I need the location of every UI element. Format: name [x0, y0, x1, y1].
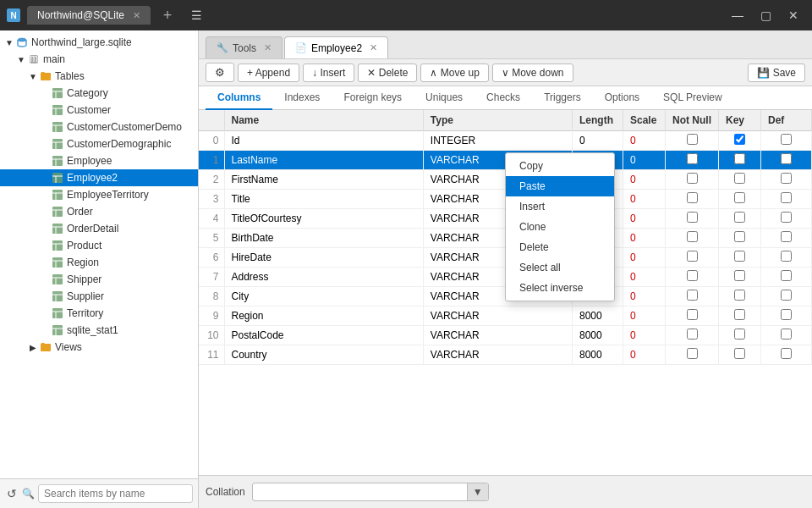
def-checkbox[interactable]	[781, 134, 792, 145]
col-not-null[interactable]	[666, 190, 719, 209]
col-key[interactable]	[719, 306, 761, 326]
title-tab-northwind[interactable]: Northwind@SQLite ✕	[27, 6, 151, 25]
col-not-null[interactable]	[666, 268, 719, 287]
key-checkbox[interactable]	[734, 231, 745, 242]
col-key[interactable]	[719, 209, 761, 229]
col-key[interactable]	[719, 229, 761, 248]
key-checkbox[interactable]	[734, 309, 745, 320]
key-checkbox[interactable]	[734, 212, 745, 223]
col-not-null[interactable]	[666, 306, 719, 326]
key-checkbox[interactable]	[734, 173, 745, 184]
col-def[interactable]	[761, 229, 812, 248]
col-def[interactable]	[761, 131, 812, 151]
def-checkbox[interactable]	[781, 348, 792, 359]
key-checkbox[interactable]	[734, 134, 745, 145]
key-checkbox[interactable]	[734, 251, 745, 262]
context-menu-item-insert[interactable]: Insert	[506, 196, 614, 217]
sidebar-item-main[interactable]: ▼mmain	[0, 51, 198, 68]
sub-tab-uniques[interactable]: Uniques	[414, 86, 475, 110]
sidebar-item-customer[interactable]: Customer	[0, 102, 198, 119]
col-key[interactable]	[719, 190, 761, 209]
not-null-checkbox[interactable]	[687, 309, 698, 320]
sidebar-item-category[interactable]: Category	[0, 85, 198, 102]
not-null-checkbox[interactable]	[687, 348, 698, 359]
new-tab-button[interactable]: +	[157, 5, 178, 25]
col-def[interactable]	[761, 287, 812, 306]
def-checkbox[interactable]	[781, 270, 792, 281]
sidebar-item-views[interactable]: ▶Views	[0, 339, 198, 356]
col-not-null[interactable]	[666, 287, 719, 306]
col-not-null[interactable]	[666, 209, 719, 229]
col-def[interactable]	[761, 190, 812, 209]
delete-button[interactable]: ✕ Delete	[358, 64, 417, 82]
hamburger-menu[interactable]: ☰	[184, 5, 209, 25]
tools-tab-close[interactable]: ✕	[264, 42, 272, 53]
sidebar-tree[interactable]: ▼Northwind_large.sqlite▼mmain▼TablesCate…	[0, 30, 198, 478]
minimize-button[interactable]: —	[725, 5, 750, 25]
sub-tab-triggers[interactable]: Triggers	[532, 86, 593, 110]
sidebar-item-region[interactable]: Region	[0, 254, 198, 271]
col-key[interactable]	[719, 326, 761, 345]
not-null-checkbox[interactable]	[687, 290, 698, 301]
tab-tools[interactable]: 🔧 Tools ✕	[206, 36, 283, 58]
col-not-null[interactable]	[666, 345, 719, 365]
col-not-null[interactable]	[666, 326, 719, 345]
context-menu-item-selectinverse[interactable]: Select inverse	[506, 278, 614, 298]
sidebar-item-supplier[interactable]: Supplier	[0, 288, 198, 305]
key-checkbox[interactable]	[734, 329, 745, 340]
col-def[interactable]	[761, 209, 812, 229]
def-checkbox[interactable]	[781, 329, 792, 340]
sidebar-item-employeeterritory[interactable]: EmployeeTerritory	[0, 186, 198, 203]
sub-tab-foreignkeys[interactable]: Foreign keys	[332, 86, 414, 110]
context-menu-item-selectall[interactable]: Select all	[506, 257, 614, 278]
append-button[interactable]: + Append	[238, 64, 299, 82]
not-null-checkbox[interactable]	[687, 134, 698, 145]
table-wrapper[interactable]: NameTypeLengthScaleNot NullKeyDef 0IdINT…	[199, 110, 812, 475]
sidebar-item-employee[interactable]: Employee	[0, 152, 198, 169]
col-not-null[interactable]	[666, 170, 719, 190]
def-checkbox[interactable]	[781, 153, 792, 164]
close-button[interactable]: ✕	[782, 5, 805, 25]
table-row[interactable]: 10PostalCodeVARCHAR80000	[199, 326, 812, 345]
not-null-checkbox[interactable]	[687, 251, 698, 262]
table-row[interactable]: 9RegionVARCHAR80000	[199, 306, 812, 326]
col-key[interactable]	[719, 151, 761, 170]
def-checkbox[interactable]	[781, 290, 792, 301]
context-menu-item-delete[interactable]: Delete	[506, 237, 614, 257]
col-def[interactable]	[761, 345, 812, 365]
refresh-button[interactable]: ↺	[5, 485, 19, 502]
not-null-checkbox[interactable]	[687, 212, 698, 223]
sub-tab-columns[interactable]: Columns	[206, 86, 272, 110]
key-checkbox[interactable]	[734, 290, 745, 301]
tab-employee2[interactable]: 📄 Employee2 ✕	[284, 36, 388, 58]
sidebar-item-employee2[interactable]: Employee2	[0, 169, 198, 186]
sidebar-item-customerdemographic[interactable]: CustomerDemographic	[0, 135, 198, 152]
sidebar-item-sqlitestat1[interactable]: sqlite_stat1	[0, 322, 198, 339]
col-key[interactable]	[719, 248, 761, 268]
sidebar-item-order[interactable]: Order	[0, 203, 198, 220]
not-null-checkbox[interactable]	[687, 329, 698, 340]
not-null-checkbox[interactable]	[687, 173, 698, 184]
sub-tab-options[interactable]: Options	[593, 86, 651, 110]
key-checkbox[interactable]	[734, 270, 745, 281]
insert-button[interactable]: ↓ Insert	[303, 64, 354, 82]
employee2-tab-close[interactable]: ✕	[370, 42, 377, 53]
sidebar-item-tables[interactable]: ▼Tables	[0, 68, 198, 85]
title-tab-close[interactable]: ✕	[133, 10, 140, 21]
col-def[interactable]	[761, 170, 812, 190]
col-def[interactable]	[761, 151, 812, 170]
col-def[interactable]	[761, 306, 812, 326]
def-checkbox[interactable]	[781, 231, 792, 242]
sidebar-item-customercustomerdemo[interactable]: CustomerCustomerDemo	[0, 119, 198, 135]
col-def[interactable]	[761, 268, 812, 287]
move-down-button[interactable]: ∨ Move down	[492, 64, 573, 82]
sub-tab-checks[interactable]: Checks	[475, 86, 532, 110]
context-menu-item-copy[interactable]: Copy	[506, 156, 614, 176]
sub-tab-sqlpreview[interactable]: SQL Preview	[651, 86, 734, 110]
context-menu-item-clone[interactable]: Clone	[506, 217, 614, 237]
not-null-checkbox[interactable]	[687, 231, 698, 242]
sidebar-item-territory[interactable]: Territory	[0, 305, 198, 322]
search-input[interactable]	[38, 484, 193, 503]
save-button[interactable]: 💾 Save	[748, 64, 805, 82]
not-null-checkbox[interactable]	[687, 192, 698, 203]
